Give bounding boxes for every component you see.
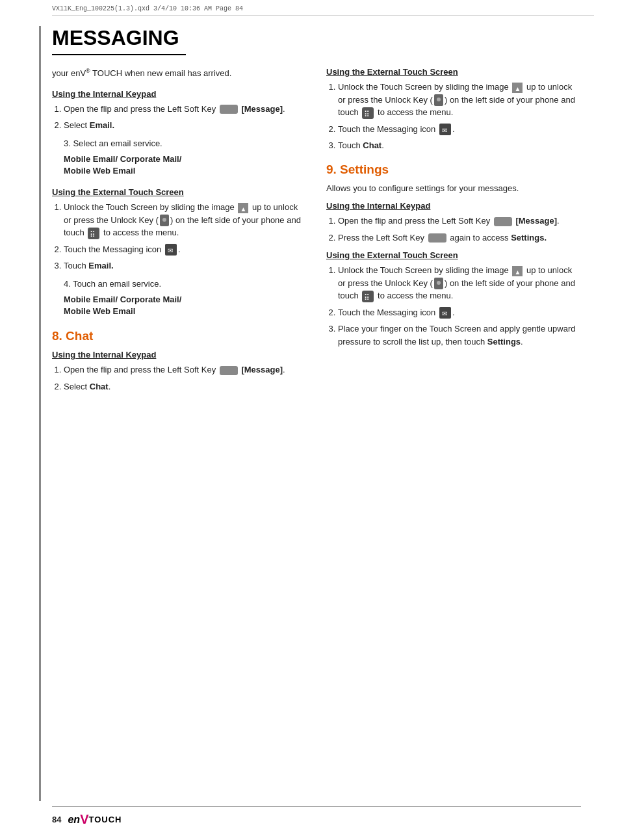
external-touch-email-list: Unlock the Touch Screen by sliding the i… <box>52 201 307 272</box>
list-item-4: 4. Touch an email service. <box>64 279 307 289</box>
menu-icon <box>362 291 374 302</box>
left-border-accent <box>39 26 41 801</box>
internal-keypad-email-heading: Using the Internal Keypad <box>52 89 307 99</box>
up-arrow-icon <box>512 266 523 276</box>
brand-env: V <box>80 68 86 78</box>
page-title: MESSAGING <box>52 26 186 55</box>
chat-internal-keypad-heading: Using the Internal Keypad <box>52 350 307 360</box>
messaging-icon <box>439 307 451 319</box>
chat-heading: 8. Chat <box>52 329 307 343</box>
mobile-email-subsection-1: Mobile Email/ Corporate Mail/Mobile Web … <box>64 153 307 177</box>
list-item: Press the Left Soft Key again to access … <box>338 231 581 244</box>
unlock-key-icon <box>434 278 443 289</box>
settings-desc: Allows you to configure settings for you… <box>326 182 581 195</box>
two-column-layout: your enV® TOUCH when new email has arriv… <box>52 67 581 403</box>
left-column: your enV® TOUCH when new email has arriv… <box>52 67 307 403</box>
unlock-key-icon <box>160 215 169 226</box>
menu-icon <box>88 228 99 239</box>
list-item: Place your finger on the Touch Screen an… <box>338 322 581 348</box>
settings-section: 9. Settings Allows you to configure sett… <box>326 163 581 348</box>
menu-icon <box>362 107 374 119</box>
list-item-3: 3. Select an email service. <box>64 138 307 148</box>
list-item: Touch the Messaging icon . <box>64 243 307 256</box>
mobile-email-subsection-2: Mobile Email/ Corporate Mail/Mobile Web … <box>64 294 307 317</box>
list-item: Open the flip and press the Left Soft Ke… <box>64 103 307 116</box>
list-item: Open the flip and press the Left Soft Ke… <box>338 215 581 228</box>
settings-external-touch-list: Unlock the Touch Screen by sliding the i… <box>326 264 581 348</box>
chat-internal-keypad-list: Open the flip and press the Left Soft Ke… <box>52 363 307 393</box>
brand-logo: en V TOUCH <box>68 812 122 827</box>
settings-internal-keypad-heading: Using the Internal Keypad <box>326 201 581 211</box>
chat-external-touch-section: Using the External Touch Screen Unlock t… <box>326 67 581 152</box>
list-item: Touch Chat. <box>338 139 581 152</box>
settings-heading: 9. Settings <box>326 163 581 177</box>
brand-en: en <box>68 814 80 826</box>
messaging-icon <box>165 244 177 256</box>
up-arrow-icon <box>238 203 248 213</box>
internal-keypad-email-section: Using the Internal Keypad Open the flip … <box>52 89 307 177</box>
up-arrow-icon <box>512 83 523 93</box>
external-touch-email-section: Using the External Touch Screen Unlock t… <box>52 187 307 317</box>
settings-internal-keypad-list: Open the flip and press the Left Soft Ke… <box>326 215 581 244</box>
list-item: Touch the Messaging icon . <box>338 123 581 136</box>
header-text: VX11K_Eng_100225(1.3).qxd 3/4/10 10:36 A… <box>52 5 243 12</box>
messaging-icon <box>439 124 451 135</box>
settings-external-touch-heading: Using the External Touch Screen <box>326 250 581 260</box>
list-item: Touch the Messaging icon . <box>338 306 581 319</box>
soft-key-icon <box>494 217 512 226</box>
list-item: Open the flip and press the Left Soft Ke… <box>64 363 307 376</box>
soft-key-icon <box>220 105 238 114</box>
internal-keypad-email-list: Open the flip and press the Left Soft Ke… <box>52 103 307 132</box>
page-footer: 84 en V TOUCH <box>52 806 581 827</box>
page-number: 84 <box>52 815 61 824</box>
unlock-key-icon <box>434 94 443 106</box>
list-item: Unlock the Touch Screen by sliding the i… <box>64 201 307 239</box>
list-item: Select Email. <box>64 119 307 132</box>
list-item: Unlock the Touch Screen by sliding the i… <box>338 81 581 119</box>
page-header: VX11K_Eng_100225(1.3).qxd 3/4/10 10:36 A… <box>52 5 594 16</box>
soft-key-icon <box>220 366 238 375</box>
external-touch-email-heading: Using the External Touch Screen <box>52 187 307 197</box>
list-item: Select Chat. <box>64 380 307 393</box>
page-container: MESSAGING your enV® TOUCH when new email… <box>52 26 581 801</box>
chat-section: 8. Chat Using the Internal Keypad Open t… <box>52 329 307 393</box>
list-item: Touch Email. <box>64 259 307 272</box>
intro-text: your enV® TOUCH when new email has arriv… <box>52 67 307 80</box>
brand-v: V <box>80 812 88 827</box>
soft-key-icon <box>428 233 446 243</box>
right-column: Using the External Touch Screen Unlock t… <box>326 67 581 403</box>
brand-touch: TOUCH <box>88 815 122 824</box>
chat-external-touch-list: Unlock the Touch Screen by sliding the i… <box>326 81 581 152</box>
list-item: Unlock the Touch Screen by sliding the i… <box>338 264 581 302</box>
chat-external-touch-heading: Using the External Touch Screen <box>326 67 581 77</box>
